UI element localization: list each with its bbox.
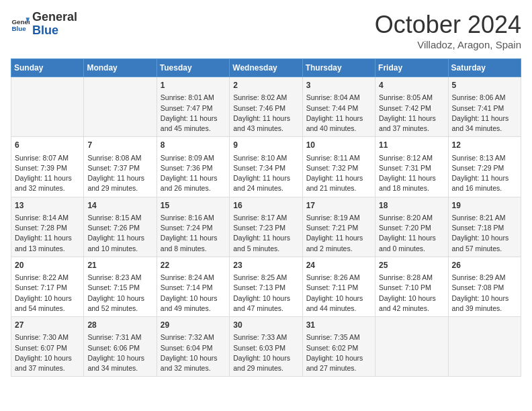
- cell-info: Sunrise: 8:01 AM: [161, 93, 226, 103]
- calendar-cell: [375, 317, 448, 377]
- cell-info: Daylight: 11 hours and 34 minutes.: [452, 113, 517, 134]
- logo-icon: General Blue: [11, 15, 30, 34]
- calendar-cell: 14Sunrise: 8:15 AMSunset: 7:26 PMDayligh…: [84, 197, 157, 257]
- cell-info: Sunset: 6:03 PM: [233, 343, 298, 353]
- cell-info: Sunrise: 8:23 AM: [87, 273, 152, 283]
- cell-info: Sunrise: 8:14 AM: [15, 213, 80, 223]
- calendar-cell: 13Sunrise: 8:14 AMSunset: 7:28 PMDayligh…: [11, 197, 84, 257]
- cell-info: Sunrise: 8:13 AM: [452, 153, 517, 163]
- month-title: October 2024: [375, 11, 521, 39]
- cell-info: Sunrise: 8:08 AM: [87, 153, 152, 163]
- day-number: 26: [452, 260, 517, 271]
- cell-info: Daylight: 11 hours and 8 minutes.: [161, 233, 226, 253]
- cell-info: Sunset: 7:26 PM: [87, 223, 152, 233]
- page-header: General Blue General Blue October 2024 V…: [11, 11, 521, 50]
- calendar-cell: 20Sunrise: 8:22 AMSunset: 7:17 PMDayligh…: [11, 257, 84, 316]
- day-number: 17: [306, 200, 371, 212]
- cell-info: Sunset: 7:15 PM: [87, 283, 152, 293]
- cell-info: Sunrise: 7:30 AM: [15, 332, 80, 342]
- calendar-week-row: 13Sunrise: 8:14 AMSunset: 7:28 PMDayligh…: [11, 197, 521, 257]
- calendar-cell: 23Sunrise: 8:25 AMSunset: 7:13 PMDayligh…: [230, 257, 302, 316]
- cell-info: Daylight: 11 hours and 2 minutes.: [306, 233, 371, 253]
- cell-info: Sunrise: 7:32 AM: [161, 332, 226, 342]
- cell-info: Sunset: 7:14 PM: [161, 283, 226, 293]
- cell-info: Sunrise: 8:10 AM: [233, 153, 298, 163]
- day-number: 8: [161, 140, 226, 151]
- cell-info: Sunrise: 7:35 AM: [306, 332, 371, 342]
- day-number: 22: [161, 260, 226, 271]
- cell-info: Sunrise: 8:15 AM: [87, 213, 152, 223]
- cell-info: Daylight: 10 hours and 42 minutes.: [379, 293, 444, 314]
- cell-info: Sunset: 7:31 PM: [379, 163, 444, 173]
- cell-info: Sunrise: 8:12 AM: [379, 153, 444, 163]
- cell-info: Sunset: 7:17 PM: [15, 283, 80, 293]
- cell-info: Daylight: 10 hours and 37 minutes.: [15, 353, 80, 373]
- day-number: 30: [233, 320, 298, 331]
- title-block: October 2024 Villadoz, Aragon, Spain: [375, 11, 521, 50]
- cell-info: Sunset: 7:39 PM: [15, 163, 80, 173]
- calendar-cell: 26Sunrise: 8:29 AMSunset: 7:08 PMDayligh…: [448, 257, 521, 316]
- calendar-cell: 17Sunrise: 8:19 AMSunset: 7:21 PMDayligh…: [302, 197, 375, 257]
- day-number: 21: [87, 260, 152, 271]
- calendar-cell: 22Sunrise: 8:24 AMSunset: 7:14 PMDayligh…: [157, 257, 229, 316]
- cell-info: Daylight: 11 hours and 26 minutes.: [161, 173, 226, 193]
- calendar-cell: [84, 77, 157, 137]
- cell-info: Sunset: 6:02 PM: [306, 343, 371, 353]
- logo-general: General: [32, 11, 77, 24]
- calendar-cell: 10Sunrise: 8:11 AMSunset: 7:32 PMDayligh…: [302, 137, 375, 197]
- cell-info: Daylight: 11 hours and 13 minutes.: [15, 233, 80, 253]
- cell-info: Sunrise: 8:21 AM: [452, 213, 517, 223]
- calendar-cell: 25Sunrise: 8:28 AMSunset: 7:10 PMDayligh…: [375, 257, 448, 316]
- cell-info: Sunset: 7:28 PM: [15, 223, 80, 233]
- day-number: 2: [233, 80, 298, 91]
- header-tuesday: Tuesday: [157, 59, 229, 77]
- cell-info: Daylight: 11 hours and 0 minutes.: [379, 233, 444, 253]
- cell-info: Sunrise: 8:28 AM: [379, 273, 444, 283]
- calendar-cell: 29Sunrise: 7:32 AMSunset: 6:04 PMDayligh…: [157, 317, 229, 377]
- cell-info: Daylight: 10 hours and 34 minutes.: [87, 353, 152, 373]
- day-number: 3: [306, 80, 371, 91]
- cell-info: Daylight: 11 hours and 29 minutes.: [87, 173, 152, 193]
- cell-info: Sunset: 7:41 PM: [452, 103, 517, 113]
- day-number: 9: [233, 140, 298, 151]
- cell-info: Sunset: 7:36 PM: [161, 163, 226, 173]
- cell-info: Sunset: 6:07 PM: [15, 343, 80, 353]
- cell-info: Daylight: 10 hours and 57 minutes.: [452, 233, 517, 253]
- calendar-week-row: 6Sunrise: 8:07 AMSunset: 7:39 PMDaylight…: [11, 137, 521, 197]
- cell-info: Sunrise: 8:22 AM: [15, 273, 80, 283]
- day-number: 16: [233, 200, 298, 212]
- cell-info: Sunrise: 8:24 AM: [161, 273, 226, 283]
- svg-text:Blue: Blue: [11, 25, 26, 32]
- cell-info: Daylight: 10 hours and 32 minutes.: [161, 353, 226, 373]
- cell-info: Daylight: 11 hours and 37 minutes.: [379, 113, 444, 134]
- day-number: 15: [161, 200, 226, 212]
- day-number: 13: [15, 200, 80, 212]
- cell-info: Daylight: 11 hours and 21 minutes.: [306, 173, 371, 193]
- day-number: 6: [15, 140, 80, 151]
- day-number: 28: [87, 320, 152, 331]
- cell-info: Sunset: 7:20 PM: [379, 223, 444, 233]
- calendar-cell: 21Sunrise: 8:23 AMSunset: 7:15 PMDayligh…: [84, 257, 157, 316]
- calendar-week-row: 20Sunrise: 8:22 AMSunset: 7:17 PMDayligh…: [11, 257, 521, 316]
- calendar-cell: 6Sunrise: 8:07 AMSunset: 7:39 PMDaylight…: [11, 137, 84, 197]
- header-friday: Friday: [375, 59, 448, 77]
- header-wednesday: Wednesday: [230, 59, 302, 77]
- cell-info: Sunrise: 8:16 AM: [161, 213, 226, 223]
- calendar-cell: 2Sunrise: 8:02 AMSunset: 7:46 PMDaylight…: [230, 77, 302, 137]
- cell-info: Daylight: 11 hours and 32 minutes.: [15, 173, 80, 193]
- cell-info: Sunset: 7:42 PM: [379, 103, 444, 113]
- header-monday: Monday: [84, 59, 157, 77]
- calendar-cell: 27Sunrise: 7:30 AMSunset: 6:07 PMDayligh…: [11, 317, 84, 377]
- cell-info: Daylight: 11 hours and 45 minutes.: [161, 113, 226, 134]
- cell-info: Sunset: 7:11 PM: [306, 283, 371, 293]
- cell-info: Daylight: 11 hours and 43 minutes.: [233, 113, 298, 134]
- calendar-cell: 30Sunrise: 7:33 AMSunset: 6:03 PMDayligh…: [230, 317, 302, 377]
- calendar-cell: [448, 317, 521, 377]
- cell-info: Sunrise: 8:19 AM: [306, 213, 371, 223]
- cell-info: Daylight: 10 hours and 52 minutes.: [87, 293, 152, 314]
- header-thursday: Thursday: [302, 59, 375, 77]
- calendar-cell: 9Sunrise: 8:10 AMSunset: 7:34 PMDaylight…: [230, 137, 302, 197]
- cell-info: Sunset: 7:47 PM: [161, 103, 226, 113]
- cell-info: Sunrise: 8:29 AM: [452, 273, 517, 283]
- location: Villadoz, Aragon, Spain: [375, 39, 521, 50]
